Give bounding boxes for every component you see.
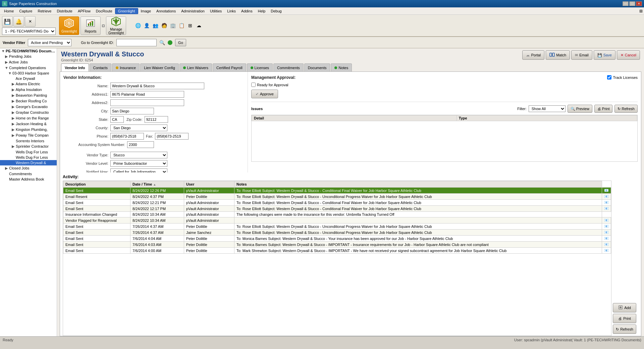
person2-icon[interactable]: 🧑 xyxy=(160,22,168,29)
table-row[interactable]: Email Sent8/24/2022 12:26 PMpVault Admin… xyxy=(63,188,611,194)
table-row[interactable]: Email Sent7/26/2014 4:37 AMPeter Dolittl… xyxy=(63,223,611,230)
tab-contacts[interactable]: Contacts xyxy=(90,63,111,71)
sidebar-item-jackson[interactable]: ▶ Jackson Heating & xyxy=(0,121,57,127)
tab-insurance[interactable]: Insurance xyxy=(112,63,140,71)
menu-help[interactable]: Help xyxy=(255,8,268,14)
email-btn[interactable]: ✉ Email xyxy=(571,50,592,60)
sidebar-item-closed[interactable]: ▶ Closed Jobs xyxy=(0,165,57,171)
table-row[interactable]: Email Sent7/26/2014 4:37 AMJaime Sanchez… xyxy=(63,230,611,236)
sidebar-item-wells2[interactable]: Wells Dug For Less xyxy=(0,155,57,160)
menu-administration[interactable]: Administration xyxy=(178,8,207,14)
menu-addins[interactable]: Addins xyxy=(238,8,255,14)
sidebar-item-graybar[interactable]: ▶ Graybar Constructio xyxy=(0,110,57,115)
bell-btn[interactable]: 🔔 xyxy=(13,16,24,27)
activity-refresh-btn[interactable]: ↻ Refresh xyxy=(613,325,636,334)
menu-retrieve[interactable]: Retrieve xyxy=(35,8,54,14)
sidebar-item-georges[interactable]: ▶ George's Excavatio xyxy=(0,104,57,110)
address2-input[interactable] xyxy=(110,99,184,106)
sidebar-item-harbor[interactable]: ▼ 03-003 Harbor Square xyxy=(0,70,57,76)
match-btn[interactable]: Match xyxy=(546,50,570,60)
address1-input[interactable] xyxy=(110,91,184,98)
table-row[interactable]: Email Sent7/6/2014 4:00 AMPeter Dolittle… xyxy=(63,248,611,254)
save-small-btn[interactable]: 💾 xyxy=(2,16,13,27)
activity-col-desc[interactable]: Description xyxy=(63,181,130,188)
sidebar-item-alpha[interactable]: ▶ Alpha Insulation xyxy=(0,87,57,93)
activity-print-btn[interactable]: 🖨 Print xyxy=(613,314,636,323)
menu-distribute[interactable]: Distribute xyxy=(54,8,75,14)
portal-btn[interactable]: ☁ Portal xyxy=(522,50,544,60)
sidebar-item-master[interactable]: Master Address Book xyxy=(0,177,57,182)
sidebar-item-active[interactable]: ▶ Active Jobs xyxy=(0,59,57,65)
reports-toolbar-btn[interactable]: Reports xyxy=(80,16,101,35)
cancel-btn[interactable]: ✕ Cancel xyxy=(617,50,640,60)
save-btn[interactable]: 💾 Save xyxy=(594,50,615,60)
tab-vendor-info[interactable]: Vendor Info xyxy=(61,63,89,71)
menu-links[interactable]: Links xyxy=(224,8,238,14)
table-row[interactable]: Email Resent8/24/2022 4:37 PMPeter Dolit… xyxy=(63,194,611,200)
acct-input[interactable] xyxy=(127,141,154,148)
activity-icon[interactable]: 📧 xyxy=(602,188,611,194)
activity-icon[interactable]: 📧 xyxy=(602,194,611,200)
activity-table-wrapper[interactable]: Description Date / Time ▲ User Notes Ema… xyxy=(63,181,611,336)
people-icon[interactable]: 👥 xyxy=(152,22,159,29)
tab-certified-payroll[interactable]: Certified Payroll xyxy=(213,63,246,71)
ready-for-approval-checkbox[interactable] xyxy=(251,83,256,87)
sidebar-item-completed[interactable]: ▼ Completed Operations xyxy=(0,65,57,70)
activity-icon[interactable]: 📧 xyxy=(602,206,611,212)
close-small-btn[interactable]: ✕ xyxy=(25,16,36,27)
cloud-icon[interactable]: ☁ xyxy=(195,22,203,29)
menu-greenlight[interactable]: Greenlight xyxy=(115,8,138,14)
tab-lien-waiver-config[interactable]: Lien Waiver Config xyxy=(140,63,179,71)
fax-input[interactable] xyxy=(155,133,189,140)
issues-filter-select[interactable]: Show All xyxy=(529,105,566,112)
vendor-type-select[interactable]: Stucco xyxy=(110,152,167,158)
activity-icon[interactable]: 📧 xyxy=(602,230,611,236)
track-licenses-checkbox[interactable] xyxy=(607,75,611,80)
sidebar-item-home[interactable]: ▶ Home on the Range xyxy=(0,115,57,121)
activity-icon[interactable]: 📧 xyxy=(602,248,611,254)
menu-annotations[interactable]: Annotations xyxy=(154,8,178,14)
sidebar-item-sprinkler[interactable]: ▶ Sprinkler Contractor xyxy=(0,144,57,149)
activity-icon[interactable]: 📧 xyxy=(602,236,611,242)
tab-documents[interactable]: Documents xyxy=(304,63,330,71)
county-select[interactable]: San Diego xyxy=(110,124,167,131)
sidebar-item-commitments[interactable]: Commitments xyxy=(0,171,57,177)
person-icon[interactable]: 👤 xyxy=(143,22,150,29)
vendor-filter-select[interactable]: Active and Pending Active Pending All xyxy=(28,39,71,46)
issues-preview-btn[interactable]: 🔍 Preview xyxy=(568,105,592,113)
city-input[interactable] xyxy=(110,108,154,114)
sidebar-item-sorrento[interactable]: Sorrento Interiors xyxy=(0,138,57,144)
state-input[interactable] xyxy=(110,116,124,123)
sidebar-item-western[interactable]: Western Drywall & xyxy=(0,160,57,165)
activity-col-notes[interactable]: Notes xyxy=(234,181,602,188)
minimize-btn[interactable]: — xyxy=(623,1,629,6)
activity-icon[interactable]: 📧 xyxy=(602,242,611,248)
goto-btn[interactable]: Go xyxy=(175,39,186,46)
notified-select[interactable]: Called for Job Information xyxy=(110,168,167,172)
sidebar-item-kingston[interactable]: ▶ Kingston Plumbing, xyxy=(0,127,57,133)
globe-icon[interactable]: 🌐 xyxy=(134,22,142,29)
table-row[interactable]: Email Sent8/24/2022 12:21 PMpVault Admin… xyxy=(63,200,611,206)
menu-image[interactable]: Image xyxy=(138,8,154,14)
table-row[interactable]: Vendor Flagged for Reapproval8/24/2022 1… xyxy=(63,217,611,223)
close-btn[interactable]: ✕ xyxy=(636,1,642,6)
sidebar-item-ace[interactable]: Ace Drywall xyxy=(0,76,57,81)
issues-refresh-btn[interactable]: ↻ Refresh xyxy=(614,105,638,113)
sidebar-item-adams[interactable]: ▶ Adams Electric xyxy=(0,81,57,87)
tab-licenses[interactable]: Licenses xyxy=(247,63,273,71)
sidebar-item-pending[interactable]: ▶ Pending Jobs xyxy=(0,54,57,59)
greenlight-toolbar-btn[interactable]: G Greenlight xyxy=(59,16,79,35)
issues-print-btn[interactable]: 🖨 Print xyxy=(594,105,613,113)
menu-capture[interactable]: Capture xyxy=(16,8,35,14)
activity-icon[interactable]: 📧 xyxy=(602,200,611,206)
building-icon[interactable]: 🏢 xyxy=(169,22,176,29)
phone-input[interactable] xyxy=(110,133,144,140)
sidebar-item-pe-tech[interactable]: ▼ PE-TECHWRITING Documents xyxy=(0,48,57,54)
manage-greenlight-btn[interactable]: Manage Greenlight xyxy=(106,16,126,35)
menu-apflow[interactable]: APFlow xyxy=(75,8,93,14)
vendor-level-select[interactable]: Prime Subcontractor xyxy=(110,160,167,167)
table-row[interactable]: Insurance Information Changed8/24/2022 1… xyxy=(63,212,611,217)
sidebar-item-poway[interactable]: ▶ Poway Tile Compan xyxy=(0,133,57,138)
table-row[interactable]: Email Sent8/24/2022 12:17 PMpVault Admin… xyxy=(63,206,611,212)
approve-btn[interactable]: ✔ Approve xyxy=(251,90,278,98)
